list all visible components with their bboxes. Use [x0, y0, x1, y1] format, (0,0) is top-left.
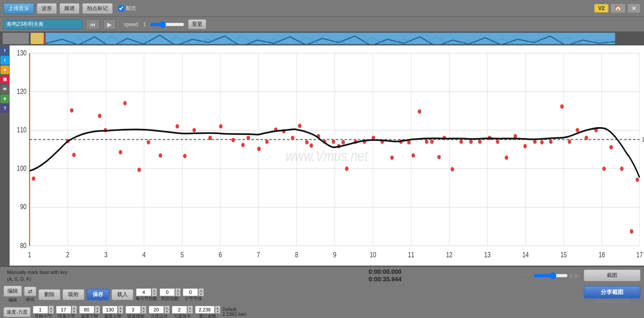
waveform-end [615, 33, 641, 44]
beat-density-input[interactable] [160, 288, 175, 296]
line-thickness-up[interactable]: ▲ [141, 306, 146, 310]
intensity-scale-label: 力度放大 [174, 314, 191, 318]
wave-icon: 〰 [523, 271, 531, 280]
svg-point-60 [147, 140, 150, 145]
beats-per-bar-down[interactable]: ▼ [152, 292, 157, 296]
home-btn[interactable]: 🏠 [610, 3, 626, 13]
help-btn[interactable]: ? [0, 104, 9, 113]
beats-per-bar-up[interactable]: ▲ [152, 288, 157, 292]
svg-point-100 [478, 139, 482, 144]
flip-checkbox[interactable] [118, 5, 124, 11]
top-toolbar: 上传音乐 波形 频谱 拍点标记 翻页 V2 🏠 ✕ [0, 0, 644, 17]
intensity-scale-input[interactable] [172, 306, 187, 314]
svg-point-61 [159, 153, 162, 158]
load-btn[interactable]: 载入 [111, 289, 133, 300]
bar-shift-input[interactable] [183, 288, 198, 296]
window-param-up[interactable]: ▲ [215, 306, 220, 310]
svg-text:130: 130 [17, 49, 27, 57]
main-area: f t ★ 微 ✉ + ? 130 120 110 100 90 [0, 45, 644, 266]
start-bar-up[interactable]: ▲ [49, 306, 54, 310]
svg-point-71 [265, 139, 268, 144]
chart-container[interactable]: 130 120 110 100 90 80 1 2 [10, 45, 644, 266]
speed-lower-down[interactable]: ▼ [95, 310, 100, 314]
beat-density-down[interactable]: ▼ [175, 292, 181, 296]
speed-lower-input[interactable] [79, 306, 94, 314]
bar-shift-down[interactable]: ▼ [198, 292, 204, 296]
svg-text:12: 12 [446, 251, 453, 259]
intensity-scale-up[interactable]: ▲ [188, 306, 193, 310]
volume-slider[interactable] [533, 272, 568, 279]
start-bar-label: 开始小节 [35, 314, 52, 318]
svg-text:8: 8 [295, 251, 298, 259]
upload-music-btn[interactable]: 上传音乐 [3, 3, 34, 14]
bar-shift-up[interactable]: ▲ [198, 288, 204, 292]
svg-text:10: 10 [370, 251, 376, 259]
svg-text:1: 1 [28, 251, 31, 259]
svg-text:15: 15 [560, 251, 567, 259]
intensity-scale-down[interactable]: ▼ [188, 310, 193, 314]
beats-per-bar-group: ▲ ▼ 每小节拍数 [136, 288, 157, 301]
bar-shift-group: ▲ ▼ 小节平移 [183, 288, 204, 301]
intensity-offset-down[interactable]: ▼ [164, 310, 170, 314]
star-btn[interactable]: ★ [0, 66, 9, 74]
attach-btn[interactable]: 吸附 [63, 289, 84, 300]
svg-point-111 [576, 128, 579, 132]
apply-btn[interactable]: 至至 [188, 19, 206, 29]
song-name-input[interactable] [3, 20, 82, 29]
close-btn[interactable]: ✕ [627, 3, 641, 13]
end-bar-label: 结束小节 [58, 314, 75, 318]
window-param-down[interactable]: ▼ [215, 310, 220, 314]
prev-btn[interactable]: ⏮ [86, 19, 100, 30]
intensity-offset-input[interactable] [149, 306, 164, 314]
start-bar-group: ▲ ▼ 开始小节 [33, 306, 54, 318]
speed-upper-up[interactable]: ▲ [118, 306, 123, 310]
svg-point-82 [341, 140, 345, 145]
speed-upper-down[interactable]: ▼ [118, 310, 123, 314]
twitter-btn[interactable]: t [0, 56, 9, 65]
weibo-btn[interactable]: 微 [0, 75, 9, 84]
line-thickness-label: 链条细粗 [127, 314, 145, 318]
svg-point-58 [123, 101, 127, 105]
svg-point-118 [636, 177, 639, 182]
current-time: 0:00:00.000 [259, 268, 512, 276]
waveform-position [31, 33, 44, 44]
waveform-btn[interactable]: 波形 [37, 3, 57, 14]
svg-text:13: 13 [484, 251, 491, 259]
speed-lower-up[interactable]: ▲ [95, 306, 100, 310]
move-label: 移动 [26, 297, 35, 303]
window-param-input[interactable] [195, 306, 215, 314]
intensity-offset-up[interactable]: ▲ [164, 306, 170, 310]
mail-btn[interactable]: ✉ [0, 85, 9, 93]
svg-point-102 [496, 139, 499, 144]
beat-density-up[interactable]: ▲ [175, 288, 181, 292]
end-bar-input[interactable] [56, 306, 71, 314]
svg-point-94 [430, 139, 434, 144]
facebook-btn[interactable]: f [0, 46, 9, 55]
end-bar-up[interactable]: ▲ [72, 306, 77, 310]
upload-cloud-label: Uploaded to cloud: [594, 299, 630, 304]
waveform-main[interactable] [46, 33, 615, 44]
start-bar-down[interactable]: ▼ [49, 310, 54, 314]
save-btn[interactable]: 保存 [87, 289, 109, 301]
speed-upper-input[interactable] [102, 306, 118, 314]
spectrum-btn[interactable]: 频谱 [59, 3, 80, 14]
line-thickness-down[interactable]: ▼ [141, 310, 146, 314]
svg-point-69 [247, 136, 250, 140]
cut-btn[interactable]: 截图 [584, 270, 641, 281]
move-btn[interactable]: ⇄ [24, 287, 36, 296]
delete-btn[interactable]: 删除 [38, 289, 60, 300]
v2-btn[interactable]: V2 [594, 4, 609, 13]
split-btn[interactable]: 分李截图 [584, 286, 641, 299]
play-btn[interactable]: ▶ [103, 19, 116, 30]
beats-per-bar-input[interactable] [136, 288, 151, 296]
svg-text:90: 90 [20, 203, 27, 211]
edit-btn[interactable]: 编辑 [3, 286, 22, 297]
beat-mark-btn[interactable]: 拍点标记 [82, 3, 113, 14]
end-bar-down[interactable]: ▼ [72, 310, 77, 314]
speed-intensity-btn[interactable]: 速度-力度 [3, 307, 31, 317]
svg-point-91 [411, 153, 415, 158]
line-thickness-input[interactable] [125, 306, 141, 314]
start-bar-input[interactable] [33, 306, 48, 314]
plus-btn[interactable]: + [0, 94, 9, 103]
speed-slider[interactable] [150, 21, 184, 28]
